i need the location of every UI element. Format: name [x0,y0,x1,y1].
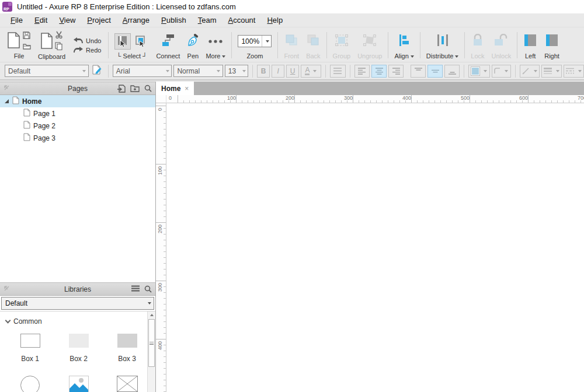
line-color-button[interactable] [520,65,540,78]
connect-group[interactable]: Connect [152,30,183,61]
valign-bottom-button[interactable] [444,65,460,78]
caret-down-icon [411,55,414,58]
menu-arrange[interactable]: Arrange [117,14,155,26]
line-style-button[interactable] [564,65,584,78]
text-align-center-button[interactable] [371,65,387,78]
tab-home[interactable]: Home × [156,82,194,95]
menu-team[interactable]: Team [192,14,223,26]
menu-hamburger-icon[interactable] [131,285,140,293]
corner-radius-button[interactable] [492,65,511,78]
fill-color-button[interactable] [468,65,490,78]
save-icon[interactable] [23,32,31,41]
line-width-button[interactable] [541,65,562,78]
page-item-page1[interactable]: Page 1 [0,107,155,120]
lock-button[interactable]: Lock [467,30,488,61]
valign-middle-button[interactable] [427,65,443,78]
ruler-corner [156,95,166,103]
underline-button[interactable]: U [286,65,299,78]
select-contained-button[interactable] [133,33,149,50]
paste-icon[interactable] [40,32,53,51]
zoom-select[interactable]: 100% [238,35,272,47]
cut-icon[interactable] [55,31,63,40]
expand-triangle-icon[interactable] [5,99,9,103]
scrollbar-thumb[interactable] [148,319,155,367]
library-select[interactable]: Default [1,297,154,310]
italic-button[interactable]: I [272,65,284,78]
back-button[interactable]: Back [303,30,324,61]
align-button[interactable]: Align [391,30,417,61]
text-align-right-button[interactable] [388,65,404,78]
text-align-left-button[interactable] [354,65,370,78]
undo-button[interactable]: Undo [74,37,101,44]
widget-placeholder[interactable] [103,376,151,392]
collapse-panel-icon[interactable] [4,85,10,93]
menu-view[interactable]: View [53,14,81,26]
ellipse-thumbnail [20,376,40,392]
line-spacing-icon [333,68,342,75]
edit-style-icon[interactable] [92,65,102,77]
ungroup-button[interactable]: Ungroup [354,30,385,61]
font-weight-select[interactable]: Normal [173,65,223,77]
line-spacing-button[interactable] [330,65,346,78]
widget-ellipse[interactable] [6,376,54,392]
search-icon[interactable] [144,85,152,93]
new-file-icon[interactable] [7,32,21,51]
add-page-icon[interactable] [117,85,126,93]
group-button[interactable]: Group [329,30,354,61]
distribute-button[interactable]: Distribute [423,30,462,61]
valign-top-button[interactable] [411,65,426,78]
right-label: Right [544,51,559,60]
unlock-button[interactable]: Unlock [488,30,515,61]
select-intersected-button[interactable] [114,33,131,50]
font-family-select[interactable]: Arial [113,65,172,77]
page-label: Home [22,97,41,106]
collapse-panel-icon[interactable] [4,285,10,293]
page-icon [23,108,30,118]
close-tab-icon[interactable]: × [185,85,189,93]
line-style-icon [566,68,574,74]
ungroup-label: Ungroup [357,51,382,60]
left-label: Left [525,51,536,60]
file-group-label: File [14,51,25,60]
redo-button[interactable]: Redo [74,47,101,54]
horizontal-ruler: 0 100 200 300 400 500 600 700 [166,95,584,103]
undo-redo-group: Undo Redo [69,30,106,61]
more-group[interactable]: More [202,30,229,61]
open-folder-icon[interactable] [23,43,31,51]
widget-style-select[interactable]: Default [5,65,89,77]
font-size-select[interactable]: 13 [225,65,248,77]
widget-box3[interactable]: Box 3 [103,334,151,363]
copy-icon[interactable] [55,42,63,52]
zoom-dropdown-arrow[interactable] [262,36,271,47]
menu-help[interactable]: Help [261,14,288,26]
clipboard-group[interactable]: Clipboard [34,30,69,61]
menu-edit[interactable]: Edit [29,14,53,26]
menu-account[interactable]: Account [222,14,261,26]
design-canvas[interactable] [166,103,584,392]
library-section-common[interactable]: Common [0,312,155,326]
page-item-home[interactable]: Home [0,95,155,107]
page-item-page2[interactable]: Page 2 [0,120,155,132]
page-icon [23,121,30,131]
align-right-edge-button[interactable]: Right [541,30,563,61]
pen-label: Pen [187,51,199,60]
align-left-edge-button[interactable]: Left [520,30,541,61]
search-icon[interactable] [144,285,152,293]
scroll-up-arrow[interactable] [148,312,155,318]
libraries-scrollbar[interactable] [147,312,155,392]
font-color-button[interactable]: A [301,65,321,78]
page-item-page3[interactable]: Page 3 [0,132,155,144]
widget-image[interactable] [54,376,103,392]
menu-publish[interactable]: Publish [155,14,192,26]
front-button[interactable]: Front [280,30,303,61]
lock-label: Lock [471,51,484,60]
pen-group[interactable]: Pen [183,30,202,61]
bold-button[interactable]: B [257,65,270,78]
file-group[interactable]: File [4,30,34,61]
widget-box1[interactable]: Box 1 [6,334,54,363]
add-folder-icon[interactable] [130,85,140,93]
widget-box2[interactable]: Box 2 [54,334,103,363]
menu-file[interactable]: File [5,14,29,26]
text-align-center-icon [376,68,383,75]
menu-project[interactable]: Project [81,14,116,26]
